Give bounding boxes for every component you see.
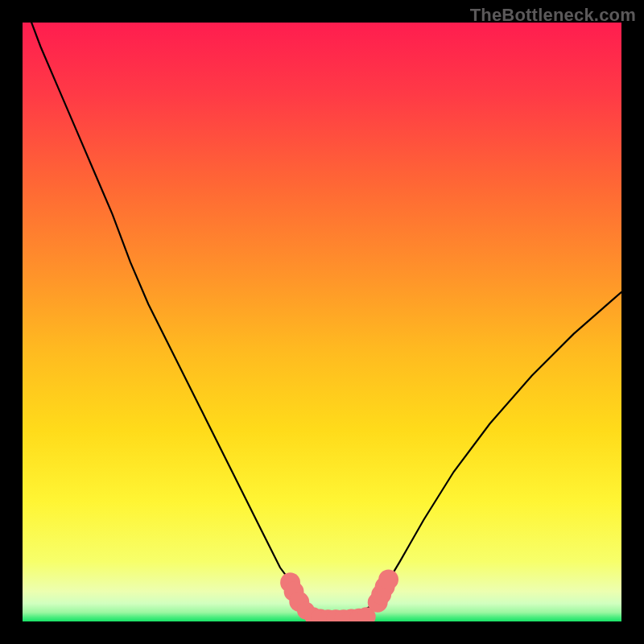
outer-frame: TheBottleneck.com — [0, 0, 644, 644]
gradient-bg — [23, 23, 621, 621]
watermark-text: TheBottleneck.com — [470, 5, 636, 26]
chart-svg — [23, 23, 621, 621]
curve-marker — [378, 569, 398, 589]
plot-area — [23, 23, 621, 621]
